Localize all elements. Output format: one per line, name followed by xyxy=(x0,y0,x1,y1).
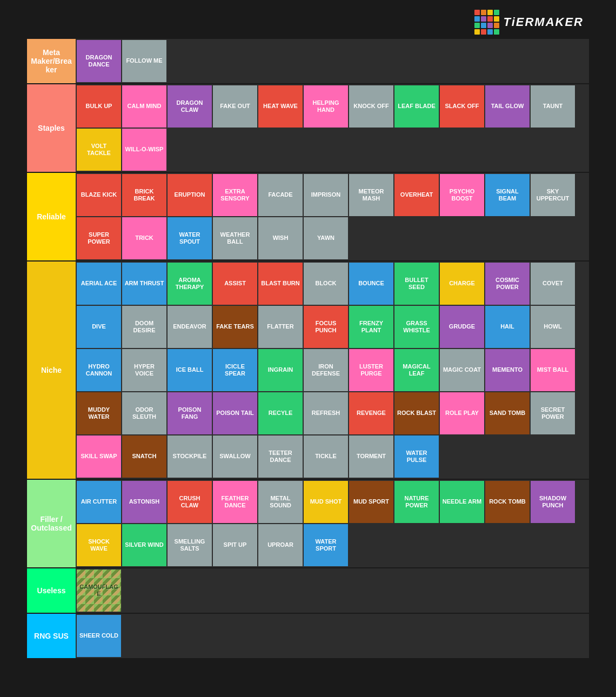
move-swallow[interactable]: SWALLOW xyxy=(213,435,257,478)
move-torment[interactable]: TORMENT xyxy=(349,435,393,478)
move-meteor-mash[interactable]: METEOR MASH xyxy=(349,174,393,216)
move-hyper-voice[interactable]: HYPER VOICE xyxy=(122,349,166,391)
move-super-power[interactable]: SUPER POWER xyxy=(77,217,121,259)
move-bounce[interactable]: BOUNCE xyxy=(349,263,393,305)
move-flatter[interactable]: FLATTER xyxy=(258,306,303,348)
move-fake-tears[interactable]: FAKE TEARS xyxy=(213,306,257,348)
move-endeavor[interactable]: ENDEAVOR xyxy=(168,306,212,348)
move-block[interactable]: BLOCK xyxy=(304,263,348,305)
move-recyle[interactable]: RECYLE xyxy=(258,392,303,434)
move-hydro-cannon[interactable]: HYDRO CANNON xyxy=(77,349,121,391)
move-ingrain[interactable]: INGRAIN xyxy=(258,349,303,391)
move-doom-desire[interactable]: DOOM DESIRE xyxy=(122,306,166,348)
move-poison-fang[interactable]: POISON FANG xyxy=(168,392,212,434)
move-cosmic-power[interactable]: COSMIC POWER xyxy=(485,263,530,305)
move-bullet-seed[interactable]: BULLET SEED xyxy=(394,263,439,305)
move-dive[interactable]: DIVE xyxy=(77,306,121,348)
move-water-sport[interactable]: WATER SPORT xyxy=(304,524,348,566)
move-dragon-dance[interactable]: DRAGON DANCE xyxy=(77,40,121,82)
move-mist-ball[interactable]: MIST BALL xyxy=(531,349,575,391)
move-yawn[interactable]: YAWN xyxy=(304,217,348,259)
move-heat-wave[interactable]: HEAT WAVE xyxy=(258,85,303,128)
move-eruption[interactable]: ERUPTION xyxy=(168,174,212,216)
move-charge[interactable]: CHARGE xyxy=(440,263,484,305)
move-leaf-blade[interactable]: LEAF BLADE xyxy=(394,85,439,128)
move-extra-sensory[interactable]: EXTRA SENSORY xyxy=(213,174,257,216)
move-sheer-cold[interactable]: SHEER COLD xyxy=(77,615,121,657)
move-focus-punch[interactable]: FOCUS PUNCH xyxy=(304,306,348,348)
move-secret-power[interactable]: SECRET POWER xyxy=(531,392,575,434)
move-dragon-claw[interactable]: DRAGON CLAW xyxy=(168,85,212,128)
move-mud-sport[interactable]: MUD SPORT xyxy=(349,481,393,523)
move-magical-leaf[interactable]: MAGICAL LEAF xyxy=(394,349,439,391)
move-facade[interactable]: FACADE xyxy=(258,174,303,216)
move-odor-sleuth[interactable]: ODOR SLEUTH xyxy=(122,392,166,434)
move-will-o-wisp[interactable]: WILL-O-WISP xyxy=(122,129,166,171)
move-metal-sound[interactable]: METAL SOUND xyxy=(258,481,303,523)
move-signal-beam[interactable]: SIGNAL BEAM xyxy=(485,174,530,216)
move-overheat[interactable]: OVERHEAT xyxy=(394,174,439,216)
move-air-cutter[interactable]: AIR CUTTER xyxy=(77,481,121,523)
move-tail-glow[interactable]: TAIL GLOW xyxy=(485,85,530,128)
move-snatch[interactable]: SNATCH xyxy=(122,435,166,478)
move-water-pulse[interactable]: WATER PULSE xyxy=(394,435,439,478)
move-revenge[interactable]: REVENGE xyxy=(349,392,393,434)
move-mud-shot[interactable]: MUD SHOT xyxy=(304,481,348,523)
move-iron-defense[interactable]: IRON DEFENSE xyxy=(304,349,348,391)
move-refresh[interactable]: REFRESH xyxy=(304,392,348,434)
move-water-spout[interactable]: WATER SPOUT xyxy=(168,217,212,259)
move-teeter-dance[interactable]: TEETER DANCE xyxy=(258,435,303,478)
move-helping-hand[interactable]: HELPING HAND xyxy=(304,85,348,128)
move-knock-off[interactable]: KNOCK OFF xyxy=(349,85,393,128)
move-astonish[interactable]: ASTONISH xyxy=(122,481,166,523)
move-frenzy-plant[interactable]: FRENZY PLANT xyxy=(349,306,393,348)
move-arm-thrust[interactable]: ARM THRUST xyxy=(122,263,166,305)
move-imprison[interactable]: IMPRISON xyxy=(304,174,348,216)
move-sky-uppercut[interactable]: SKY UPPERCUT xyxy=(531,174,575,216)
move-smelling-salts[interactable]: SMELLING SALTS xyxy=(168,524,212,566)
move-luster-purge[interactable]: LUSTER PURGE xyxy=(349,349,393,391)
move-sand-tomb[interactable]: SAND TOMB xyxy=(485,392,530,434)
move-fake-out[interactable]: FAKE OUT xyxy=(213,85,257,128)
move-aroma-therapy[interactable]: AROMA THERAPY xyxy=(168,263,212,305)
move-calm-mind[interactable]: CALM MIND xyxy=(122,85,166,128)
move-nature-power[interactable]: NATURE POWER xyxy=(394,481,439,523)
move-shadow-punch[interactable]: SHADOW PUNCH xyxy=(531,481,575,523)
move-assist[interactable]: ASSIST xyxy=(213,263,257,305)
move-bulk-up[interactable]: BULK UP xyxy=(77,85,121,128)
move-grudge[interactable]: GRUDGE xyxy=(440,306,484,348)
move-grass-whistle[interactable]: GRASS WHISTLE xyxy=(394,306,439,348)
move-feather-dance[interactable]: FEATHER DANCE xyxy=(213,481,257,523)
move-crush-claw[interactable]: CRUSH CLAW xyxy=(168,481,212,523)
move-needle-arm[interactable]: NEEDLE ARM xyxy=(440,481,484,523)
move-poison-tail[interactable]: POISON TAIL xyxy=(213,392,257,434)
move-covet[interactable]: COVET xyxy=(531,263,575,305)
move-stockpile[interactable]: STOCKPILE xyxy=(168,435,212,478)
move-muddy-water[interactable]: MUDDY WATER xyxy=(77,392,121,434)
move-psycho-boost[interactable]: PSYCHO BOOST xyxy=(440,174,484,216)
move-slack-off[interactable]: SLACK OFF xyxy=(440,85,484,128)
move-wish[interactable]: WISH xyxy=(258,217,303,259)
move-magic-coat[interactable]: MAGIC COAT xyxy=(440,349,484,391)
move-howl[interactable]: HOWL xyxy=(531,306,575,348)
move-icicle-spear[interactable]: ICICLE SPEAR xyxy=(213,349,257,391)
move-shock-wave[interactable]: SHOCK WAVE xyxy=(77,524,121,566)
move-aerial-ace[interactable]: AERIAL ACE xyxy=(77,263,121,305)
move-silver-wind[interactable]: SILVER WIND xyxy=(122,524,166,566)
move-tickle[interactable]: TICKLE xyxy=(304,435,348,478)
move-uproar[interactable]: UPROAR xyxy=(258,524,303,566)
move-hail[interactable]: HAIL xyxy=(485,306,530,348)
move-memento[interactable]: MEMENTO xyxy=(485,349,530,391)
move-role-play[interactable]: ROLE PLAY xyxy=(440,392,484,434)
move-camouflage[interactable]: CAMOUFLAGE xyxy=(77,569,121,612)
move-blaze-kick[interactable]: BLAZE KICK xyxy=(77,174,121,216)
move-blast-burn[interactable]: BLAST BURN xyxy=(258,263,303,305)
move-ice-ball[interactable]: ICE BALL xyxy=(168,349,212,391)
move-brick-break[interactable]: BRICK BREAK xyxy=(122,174,166,216)
move-follow-me[interactable]: FOLLOW ME xyxy=(122,40,166,82)
move-skill-swap[interactable]: SKILL SWAP xyxy=(77,435,121,478)
move-rock-blast[interactable]: ROCK BLAST xyxy=(394,392,439,434)
move-taunt[interactable]: TAUNT xyxy=(531,85,575,128)
move-volt-tackle[interactable]: VOLT TACKLE xyxy=(77,129,121,171)
move-weather-ball[interactable]: WEATHER BALL xyxy=(213,217,257,259)
